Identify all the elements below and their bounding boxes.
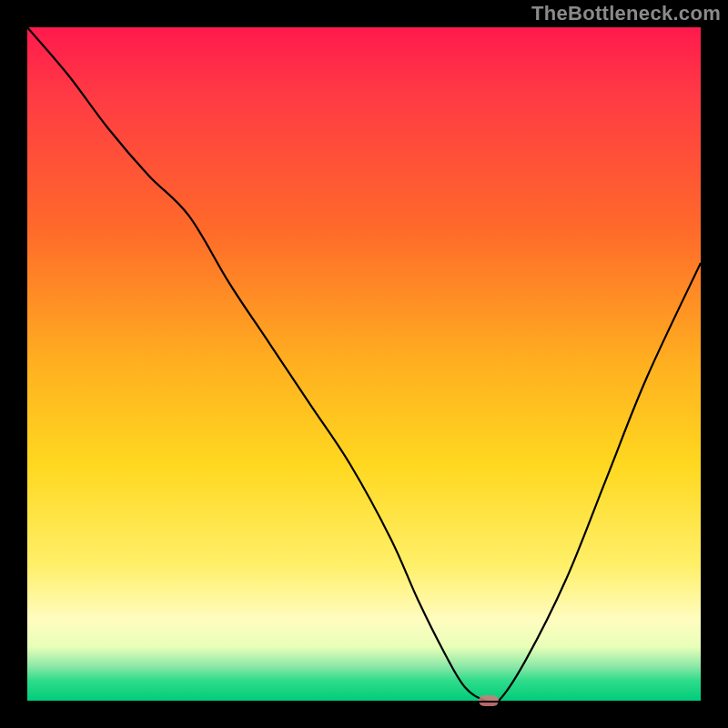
plot-area xyxy=(27,27,701,701)
chart-container: TheBottleneck.com xyxy=(0,0,728,728)
watermark-text: TheBottleneck.com xyxy=(531,2,721,25)
bottleneck-curve xyxy=(27,27,701,701)
x-axis xyxy=(27,701,701,703)
